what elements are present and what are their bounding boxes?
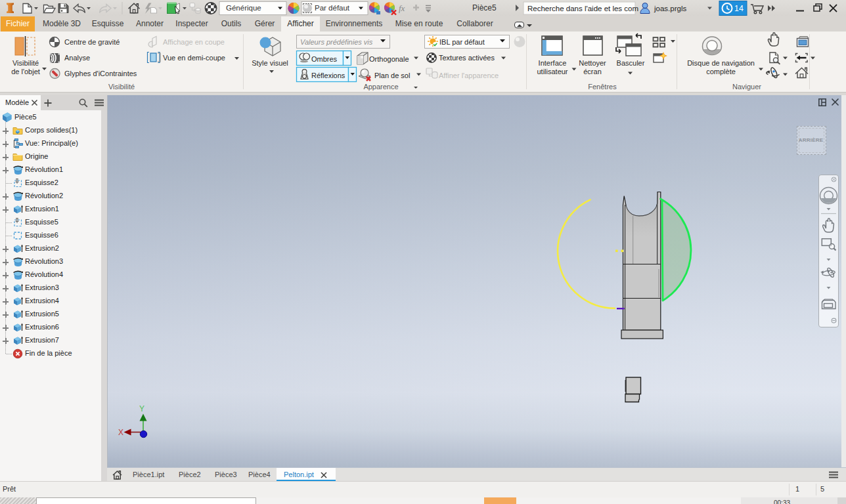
svg-text:Vue en demi-coupe: Vue en demi-coupe <box>163 54 225 62</box>
svg-text:Ombres: Ombres <box>311 55 338 63</box>
svg-text:joas.prgls: joas.prgls <box>654 5 686 12</box>
svg-text:IBL par défaut: IBL par défaut <box>439 38 485 46</box>
svg-text:Pièce5: Pièce5 <box>472 3 497 12</box>
svg-text:Textures activées: Textures activées <box>439 54 495 62</box>
svg-text:Glyphes d'iContraintes: Glyphes d'iContraintes <box>64 70 137 77</box>
svg-text:Affiner l'apparence: Affiner l'apparence <box>439 72 499 79</box>
svg-text:Plan de sol: Plan de sol <box>374 72 410 79</box>
svg-text:Orthogonale: Orthogonale <box>369 55 409 63</box>
svg-text:Par défaut: Par défaut <box>315 4 350 12</box>
svg-text:Analyse: Analyse <box>64 54 90 62</box>
svg-text:Y: Y <box>139 404 145 413</box>
svg-text:Affichage en coupe: Affichage en coupe <box>163 38 225 46</box>
svg-text:fx: fx <box>399 3 405 13</box>
svg-text:14: 14 <box>734 4 744 13</box>
svg-text:Centre de gravité: Centre de gravité <box>64 38 120 46</box>
svg-text:Générique: Générique <box>226 4 261 12</box>
svg-text:X: X <box>118 428 123 437</box>
svg-text:Valeurs prédéfinies vis: Valeurs prédéfinies vis <box>300 38 373 46</box>
svg-text:Réflexions: Réflexions <box>311 72 345 79</box>
svg-text:Recherche dans l'aide et les c: Recherche dans l'aide et les com <box>527 5 638 12</box>
